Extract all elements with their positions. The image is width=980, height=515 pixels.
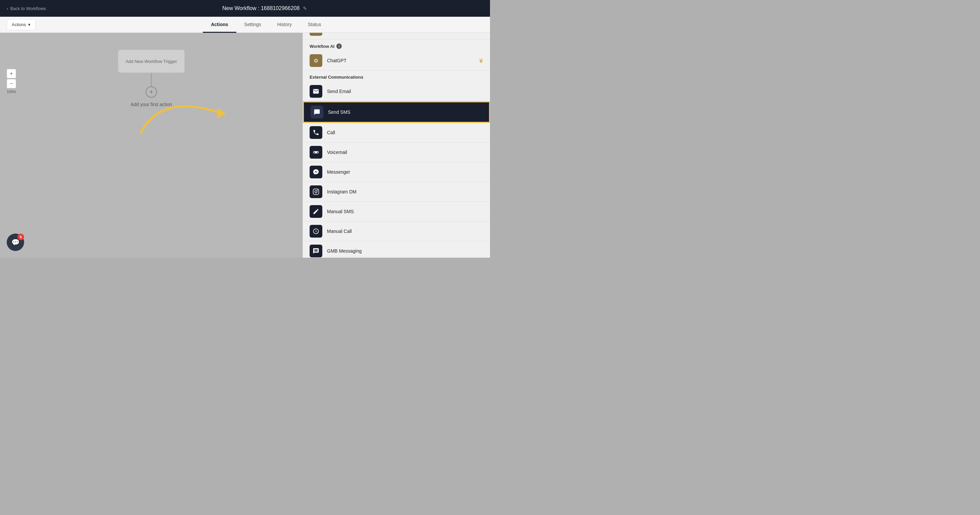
instagram-dm-item[interactable]: Instagram DM [303, 182, 490, 202]
back-label: Back to Workflows [10, 6, 46, 11]
manual-call-item[interactable]: Manual Call [303, 221, 490, 241]
tab-history[interactable]: History [269, 17, 300, 33]
voicemail-icon [310, 146, 322, 159]
call-item[interactable]: Call [303, 123, 490, 143]
svg-rect-4 [313, 189, 319, 195]
first-action-hint: Add your first action [130, 102, 172, 107]
dropdown-chevron-icon: ▾ [28, 22, 30, 27]
call-label: Call [327, 130, 483, 135]
workflow-title: New Workflow : 1688102966208 ✎ [46, 5, 483, 11]
call-icon [310, 126, 322, 139]
manual-sms-item[interactable]: Manual SMS [303, 202, 490, 221]
svg-point-6 [317, 190, 318, 191]
info-icon: i [336, 43, 342, 49]
add-trigger-box[interactable]: Add New Workflow Trigger [118, 49, 185, 73]
actions-dropdown[interactable]: Actions ▾ [7, 19, 35, 30]
chat-bubble[interactable]: 💬 6 [7, 234, 24, 251]
workflow-content: Add New Workflow Trigger + Add your firs… [118, 49, 185, 107]
send-email-icon [310, 85, 322, 98]
add-action-btn[interactable]: + [146, 86, 157, 98]
edit-title-icon[interactable]: ✎ [303, 6, 307, 11]
list-item[interactable]: ⚙ ChatGPT ♛ [303, 51, 490, 71]
chat-notification-badge: 6 [18, 234, 24, 240]
tab-bar: Actions ▾ Actions Settings History Statu… [0, 17, 490, 33]
voicemail-item[interactable]: Voicemail [303, 143, 490, 162]
messenger-icon [310, 165, 322, 178]
send-email-item[interactable]: Send Email [303, 82, 490, 102]
manual-call-icon [310, 225, 322, 238]
messenger-label: Messenger [327, 169, 483, 175]
zoom-level: 100% [7, 90, 16, 94]
zoom-out-btn[interactable]: − [7, 79, 16, 88]
right-sidebar: 📅 Date/Time Formatter ♛ 123 Number Forma… [302, 0, 490, 258]
svg-point-3 [317, 152, 319, 153]
instagram-dm-icon [310, 185, 322, 198]
back-to-workflows-btn[interactable]: ‹ Back to Workflows [7, 6, 46, 11]
tab-status[interactable]: Status [300, 17, 329, 33]
send-sms-item[interactable]: Send SMS [303, 102, 490, 123]
send-sms-label: Send SMS [328, 110, 482, 115]
manual-sms-label: Manual SMS [327, 209, 483, 214]
instagram-dm-label: Instagram DM [327, 189, 483, 194]
gmb-messaging-icon [310, 245, 322, 258]
tab-actions[interactable]: Actions [203, 17, 236, 33]
send-email-label: Send Email [327, 89, 483, 94]
gmb-messaging-label: GMB Messaging [327, 248, 483, 254]
tab-settings[interactable]: Settings [236, 17, 269, 33]
chatgpt-label: ChatGPT [327, 58, 474, 63]
connector-line [151, 73, 152, 86]
svg-point-5 [315, 191, 317, 193]
section-title-workflow-ai: Workflow AI i [303, 40, 490, 51]
send-sms-icon [310, 106, 323, 118]
chatgpt-icon: ⚙ [310, 54, 322, 67]
section-title-external-comms: External Communications [303, 71, 490, 82]
manual-call-label: Manual Call [327, 229, 483, 234]
back-arrow-icon: ‹ [7, 6, 8, 11]
gmb-messaging-item[interactable]: GMB Messaging [303, 241, 490, 258]
workflow-canvas: + − 100% Add New Workflow Trigger + Add … [0, 33, 302, 258]
zoom-in-btn[interactable]: + [7, 69, 16, 78]
top-bar: ‹ Back to Workflows New Workflow : 16881… [0, 0, 490, 17]
messenger-item[interactable]: Messenger [303, 162, 490, 182]
manual-sms-icon [310, 205, 322, 218]
voicemail-label: Voicemail [327, 149, 483, 155]
svg-point-2 [313, 152, 315, 153]
zoom-controls: + − 100% [7, 69, 16, 94]
tab-list: Actions Settings History Status [42, 17, 490, 32]
svg-marker-0 [217, 108, 226, 118]
crown-icon: ♛ [479, 57, 483, 64]
